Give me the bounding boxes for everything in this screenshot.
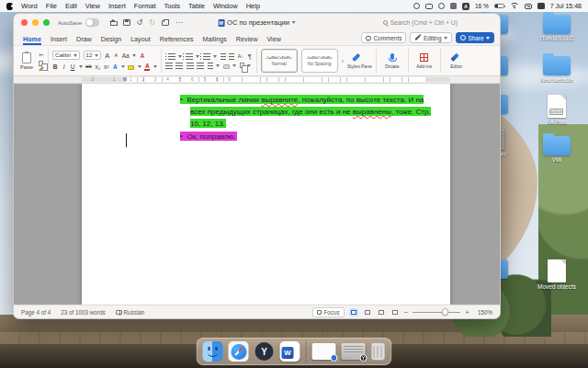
outline-view-button[interactable] (377, 308, 386, 316)
copy-icon[interactable] (39, 61, 43, 66)
editing-mode-button[interactable]: Editing (410, 32, 452, 43)
clear-formatting-button[interactable]: A (140, 52, 145, 59)
more-icon[interactable]: ⋯ (175, 18, 183, 27)
italic-button[interactable]: I (62, 63, 67, 70)
menu-item[interactable]: Edit (65, 2, 77, 10)
shading-icon[interactable] (223, 64, 230, 69)
dock-item[interactable] (203, 341, 223, 362)
sort-icon[interactable]: A↓ (238, 53, 243, 59)
font-name-select[interactable]: Calibri (52, 51, 80, 60)
ribbon-tab[interactable]: Design (101, 35, 121, 46)
ribbon-tab[interactable]: View (266, 35, 280, 46)
control-center-icon[interactable] (525, 4, 532, 9)
status-app-icon[interactable] (438, 3, 445, 9)
desktop-icon[interactable]: New website (529, 56, 584, 83)
dictate-button[interactable]: Dictate (380, 53, 404, 69)
search-field[interactable]: Search (Cmd + Ctrl + U) (383, 19, 458, 26)
numbered-list-icon[interactable] (186, 53, 193, 60)
zoom-slider-knob[interactable] (442, 308, 449, 316)
editor-button[interactable]: Editor (445, 52, 469, 69)
dock-item[interactable]: Y (254, 341, 275, 362)
bullet-list-icon[interactable] (168, 53, 175, 60)
addins-button[interactable]: Add-ins (413, 53, 436, 69)
indent-marker[interactable] (123, 77, 127, 81)
menu-item[interactable]: View (85, 2, 100, 10)
document-page[interactable]: •Вертикальные линии выравните, пожалуйст… (82, 84, 450, 305)
menu-item[interactable]: Insert (108, 2, 126, 10)
redo-icon[interactable]: ↻ (149, 18, 155, 27)
desktop-icon[interactable]: DOCX FA Plan (529, 95, 584, 125)
bullet-paragraph-green[interactable]: •Вертикальные линии выравните, пожалуйст… (180, 93, 435, 130)
ribbon-tab[interactable]: Mailings (202, 35, 226, 46)
style-gallery-more[interactable]: › (342, 58, 344, 64)
wifi-icon[interactable] (510, 3, 519, 9)
print-layout-view-button[interactable] (349, 308, 358, 316)
save-icon[interactable] (123, 19, 130, 27)
document-text[interactable]: •Вертикальные линии выравните, пожалуйст… (180, 93, 435, 143)
undo-icon[interactable]: ↺ (137, 18, 143, 27)
desktop-icon[interactable]: Moved objects (529, 259, 584, 290)
grow-font-button[interactable]: A (105, 52, 110, 60)
menu-item[interactable]: Window (213, 2, 238, 10)
ribbon-tab[interactable]: Review (236, 35, 258, 46)
desktop-icon[interactable]: IT-in US LLC (529, 15, 584, 41)
ruler[interactable]: 21 123456789 (14, 76, 500, 84)
document-title[interactable]: W ОС по презентации (218, 18, 296, 27)
shrink-font-button[interactable]: A (113, 52, 119, 58)
decrease-indent-icon[interactable] (220, 53, 226, 60)
superscript-button[interactable]: x² (104, 63, 109, 70)
zoom-slider[interactable] (413, 312, 460, 313)
align-right-icon[interactable] (187, 63, 194, 69)
bullet-paragraph-magenta[interactable]: •Ок, поправлю. (180, 130, 435, 142)
font-color-button[interactable]: A (144, 63, 150, 71)
ribbon-tab[interactable]: Insert (51, 35, 67, 46)
menu-item[interactable]: Tools (164, 2, 180, 10)
home-icon[interactable] (109, 19, 117, 26)
menu-item[interactable]: Format (134, 2, 156, 10)
text-highlight-button[interactable] (128, 65, 134, 70)
keyboard-icon[interactable] (537, 3, 545, 9)
close-button[interactable] (21, 19, 28, 26)
underline-button[interactable]: U (70, 63, 75, 70)
line-spacing-icon[interactable] (208, 63, 213, 69)
dock-item[interactable]: Y (342, 343, 366, 360)
dock-item[interactable] (312, 343, 336, 360)
ribbon-tab[interactable]: Home (23, 35, 41, 46)
page-indicator[interactable]: Page 4 of 4 (21, 309, 51, 316)
dock-item[interactable] (306, 340, 307, 362)
zoom-out-button[interactable]: − (404, 308, 409, 316)
apple-menu-icon[interactable] (6, 3, 13, 10)
subscript-button[interactable]: x₂ (95, 63, 100, 70)
status-app-icon[interactable] (450, 3, 457, 9)
style-normal[interactable]: AaBbCcDdEe Normal (261, 49, 298, 73)
screen-mirroring-icon[interactable] (425, 4, 433, 9)
menu-item[interactable]: Table (188, 2, 205, 10)
print-icon[interactable] (162, 20, 169, 26)
dock-item[interactable]: W (280, 341, 300, 362)
styles-pane-button[interactable]: Styles Pane (347, 52, 372, 69)
focus-button[interactable]: Focus (312, 307, 345, 317)
style-no-spacing[interactable]: AaBbCcDdEe No Spacing (301, 49, 338, 73)
autosave-toggle[interactable] (85, 18, 99, 27)
paste-button[interactable]: Paste (18, 52, 35, 70)
word-count[interactable]: 23 of 1003 words (61, 309, 105, 316)
align-left-icon[interactable] (165, 63, 173, 69)
text-effects-button[interactable]: A (112, 63, 118, 70)
ribbon-tab[interactable]: References (160, 35, 194, 46)
dock-item[interactable] (371, 342, 386, 361)
desktop-icon[interactable]: VW (529, 136, 584, 163)
bold-button[interactable]: B (52, 63, 58, 70)
align-center-icon[interactable] (175, 63, 183, 69)
battery-icon[interactable] (494, 4, 504, 9)
ribbon-tab[interactable]: Draw (76, 35, 92, 46)
comments-button[interactable]: Comments (361, 32, 406, 43)
borders-icon[interactable] (240, 63, 244, 68)
zoom-level[interactable]: 150% (474, 309, 492, 316)
menu-bar-clock[interactable]: 7 Jul 15:48 (550, 3, 582, 9)
zoom-in-button[interactable]: + (465, 308, 469, 316)
share-button[interactable]: Share (456, 32, 494, 43)
cut-icon[interactable]: ✂ (39, 52, 44, 59)
menu-item[interactable]: Help (246, 2, 260, 10)
multilevel-list-icon[interactable] (203, 53, 210, 60)
menu-item[interactable]: File (46, 2, 57, 10)
